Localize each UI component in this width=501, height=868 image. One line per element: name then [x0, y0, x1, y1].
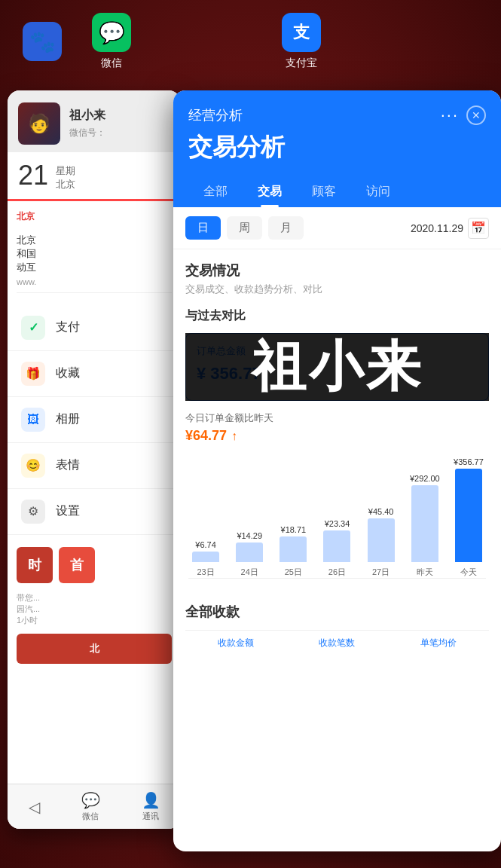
wechat-nav-contacts[interactable]: 👤 通讯: [142, 791, 160, 822]
tab-all[interactable]: 全部: [188, 176, 243, 207]
bar-element: [411, 485, 438, 562]
bar-element: [368, 518, 395, 562]
alipay-header-actions: ··· ✕: [441, 105, 486, 125]
receipts-col-1-label: 收款金额: [185, 637, 286, 649]
bar-date-label: 24日: [241, 567, 258, 578]
wechat-card: 🧑 祖小来 微信号： 21 星期 北京 北京 北京和国动互 www.: [8, 90, 181, 829]
wechat-menu-emoji[interactable]: 😊 表情: [8, 443, 181, 489]
full-receipts-section: 全部收款 收款金额 收款笔数 单笔均价: [173, 591, 501, 649]
bar-date-label: 25日: [285, 567, 302, 578]
bar-value-label: ¥292.00: [410, 474, 440, 483]
bar-chart-container: ¥6.7423日¥14.2924日¥18.7125日¥23.3426日¥45.4…: [181, 457, 493, 578]
wechat-nav-chat[interactable]: 💬 微信: [81, 791, 100, 822]
tab-visit[interactable]: 访问: [351, 176, 405, 207]
wechat-menu: ✓ 支付 🎁 收藏 🖼 相册 😊 表情 ⚙ 设置: [8, 299, 181, 541]
alipay-big-title: 交易分析: [188, 131, 486, 164]
transaction-subtitle: 交易成交、收款趋势分析、对比: [185, 283, 489, 296]
comparison-amount: ¥64.77: [185, 428, 227, 444]
wechat-bottom-news: 时 首: [8, 541, 181, 589]
bar-value-label: ¥6.74: [195, 540, 216, 549]
wechat-menu-collect[interactable]: 🎁 收藏: [8, 351, 181, 397]
collect-icon: 🎁: [21, 362, 45, 386]
news-thumb-2: 首: [59, 547, 95, 583]
receipts-col-3-label: 单笔均价: [388, 637, 489, 649]
bar-value-label: ¥356.77: [454, 457, 484, 466]
alipay-card: 经营分析 ··· ✕ 交易分析 全部 交易 顾客 访问 日 周 月 2020.1…: [173, 90, 501, 851]
comparison-text-area: 今日订单金额比昨天 ¥64.77 ↑: [173, 401, 501, 450]
album-label: 相册: [56, 411, 80, 427]
emoji-icon: 😊: [21, 454, 45, 478]
baidu-app-icon[interactable]: 🐾: [23, 22, 62, 61]
bar-group: ¥14.2924日: [229, 457, 270, 578]
back-icon: ◁: [29, 798, 40, 816]
wechat-counter: 21: [18, 160, 48, 191]
collect-label: 收藏: [56, 365, 80, 381]
week-button[interactable]: 周: [227, 216, 262, 240]
day-button[interactable]: 日: [185, 216, 221, 240]
receipts-col-2-label: 收款笔数: [286, 637, 387, 649]
comparison-arrow-icon: ↑: [231, 429, 237, 443]
tab-customer[interactable]: 顾客: [297, 176, 351, 207]
tab-trade[interactable]: 交易: [243, 176, 297, 207]
wechat-userid: 微信号：: [69, 127, 170, 139]
wechat-nav-back[interactable]: ◁: [29, 798, 40, 816]
pay-icon: ✓: [21, 316, 45, 340]
wechat-weekday: 星期: [56, 164, 75, 178]
alipay-app-icon[interactable]: 支 支付宝: [282, 13, 321, 70]
wechat-content: 北京 北京和国动互 www.: [8, 204, 181, 299]
wechat-header: 🧑 祖小来 微信号：: [8, 90, 181, 152]
bar-element: [323, 530, 350, 562]
alipay-app-label: 支付宝: [286, 57, 317, 70]
wechat-date-info: 星期 北京: [56, 164, 75, 191]
receipts-col-2: 收款笔数: [286, 637, 387, 649]
bar-chart-area: ¥6.7423日¥14.2924日¥18.7125日¥23.3426日¥45.4…: [173, 450, 501, 579]
date-value: 2020.11.29: [411, 222, 463, 234]
bar-group: ¥356.77今天: [448, 457, 489, 578]
bar-group: ¥292.00昨天: [405, 457, 445, 578]
watermark-overlay: 祖小来: [185, 333, 489, 401]
bar-element: [236, 542, 263, 562]
wechat-menu-album[interactable]: 🖼 相册: [8, 397, 181, 443]
date-picker[interactable]: 2020.11.29 📅: [411, 218, 489, 239]
settings-icon: ⚙: [21, 500, 45, 524]
news-1-source: www.: [17, 277, 36, 286]
red-accent: [8, 199, 181, 201]
beijing-label: 北京: [17, 210, 172, 223]
wechat-bottom-desc: 带您...园汽...1小时: [8, 589, 181, 631]
wechat-menu-settings[interactable]: ⚙ 设置: [8, 489, 181, 535]
alipay-close-button[interactable]: ✕: [466, 105, 486, 125]
alipay-header-top: 经营分析 ··· ✕: [188, 105, 486, 125]
wechat-menu-pay[interactable]: ✓ 支付: [8, 305, 181, 351]
alipay-icon: 支: [282, 13, 321, 52]
bar-group: ¥23.3426日: [316, 457, 357, 578]
wechat-news-1: 北京和国动互 www.: [17, 228, 172, 293]
bar-group: ¥6.7423日: [185, 457, 226, 578]
alipay-header: 经营分析 ··· ✕ 交易分析 全部 交易 顾客 访问: [173, 90, 501, 207]
contacts-icon: 👤: [142, 791, 160, 809]
wechat-app-label: 微信: [101, 57, 122, 70]
receipts-col-3: 单笔均价: [388, 637, 489, 649]
date-filter-bar: 日 周 月 2020.11.29 📅: [173, 207, 501, 249]
bar-date-label: 昨天: [417, 567, 433, 578]
wechat-app-icon[interactable]: 💬 微信: [92, 13, 131, 70]
bar-date-label: 23日: [197, 567, 214, 578]
bar-date-label: 今天: [460, 567, 477, 578]
bar-date-label: 27日: [372, 567, 389, 578]
transaction-section: 交易情况 交易成交、收款趋势分析、对比 与过去对比 订单总金额 ¥ 356.77…: [173, 249, 501, 401]
bar-value-label: ¥18.71: [281, 525, 307, 534]
wechat-nav-chat-label: 微信: [82, 811, 99, 822]
wechat-avatar: 🧑: [18, 102, 60, 145]
settings-label: 设置: [56, 503, 80, 519]
receipts-cols: 收款金额 收款笔数 单笔均价: [185, 630, 489, 649]
compare-title: 与过去对比: [185, 308, 489, 324]
pay-label: 支付: [56, 319, 80, 335]
chat-icon: 💬: [81, 791, 100, 809]
alipay-tabs: 全部 交易 顾客 访问: [188, 176, 486, 207]
baidu-icon: 🐾: [23, 22, 62, 61]
comparison-value: ¥64.77 ↑: [185, 428, 489, 444]
bar-value-label: ¥45.40: [368, 507, 394, 516]
month-button[interactable]: 月: [268, 216, 304, 240]
news-banner-red: 北: [17, 634, 172, 664]
bar-value-label: ¥23.34: [325, 519, 350, 528]
alipay-dots-button[interactable]: ···: [441, 105, 459, 125]
